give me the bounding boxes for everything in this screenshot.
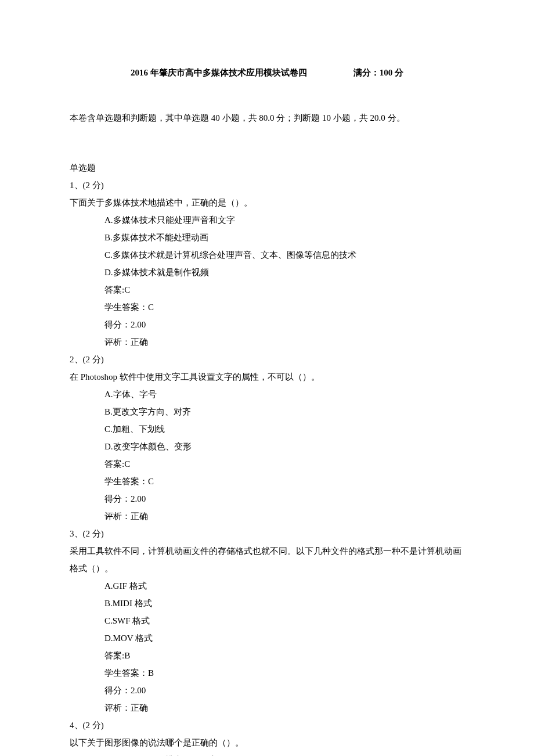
exam-title: 2016 年肇庆市高中多媒体技术应用模块试卷四 (131, 64, 307, 81)
option-b: B.多媒体技术不能处理动画 (104, 229, 464, 246)
review: 评析：正确 (104, 333, 464, 351)
option-d: D.MOV 格式 (104, 629, 464, 647)
answer: 答案:B (104, 647, 464, 664)
question-num-points: 4、(2 分) (70, 717, 464, 734)
score: 得分：2.00 (104, 490, 464, 507)
option-c: C.SWF 格式 (104, 612, 464, 629)
question-body: A.GIF 格式 B.MIDI 格式 C.SWF 格式 D.MOV 格式 答案:… (70, 577, 464, 717)
exam-page: 2016 年肇庆市高中多媒体技术应用模块试卷四 满分：100 分 本卷含单选题和… (0, 0, 534, 756)
student-answer: 学生答案：C (104, 298, 464, 316)
option-b: B.MIDI 格式 (104, 595, 464, 612)
review: 评析：正确 (104, 507, 464, 525)
option-d: D.多媒体技术就是制作视频 (104, 264, 464, 281)
question-prompt: 以下关于图形图像的说法哪个是正确的（）。 (70, 734, 464, 751)
option-a: A.多媒体技术只能处理声音和文字 (104, 211, 464, 229)
question-body: A.多媒体技术只能处理声音和文字 B.多媒体技术不能处理动画 C.多媒体技术就是… (70, 211, 464, 351)
question-prompt: 在 Photoshop 软件中使用文字工具设置文字的属性，不可以（）。 (70, 368, 464, 386)
full-score-label: 满分：100 分 (353, 64, 403, 81)
score: 得分：2.00 (104, 316, 464, 333)
option-a: A.GIF 格式 (104, 577, 464, 595)
answer: 答案:C (104, 281, 464, 298)
option-c: C.多媒体技术就是计算机综合处理声音、文本、图像等信息的技术 (104, 246, 464, 264)
question-num-points: 1、(2 分) (70, 177, 464, 194)
review: 评析：正确 (104, 699, 464, 717)
question-num-points: 2、(2 分) (70, 351, 464, 368)
question-body: A.位图图像的分辨率是不固定的 B.矢量图形放大后不会产生失真 C.位图图象是以… (70, 751, 464, 756)
option-a: A.位图图像的分辨率是不固定的 (104, 751, 464, 756)
section-title: 单选题 (70, 159, 464, 177)
question-2: 2、(2 分) 在 Photoshop 软件中使用文字工具设置文字的属性，不可以… (70, 351, 464, 525)
question-3: 3、(2 分) 采用工具软件不同，计算机动画文件的存储格式也就不同。以下几种文件… (70, 525, 464, 717)
student-answer: 学生答案：C (104, 473, 464, 490)
student-answer: 学生答案：B (104, 664, 464, 682)
question-body: A.字体、字号 B.更改文字方向、对齐 C.加粗、下划线 D.改变字体颜色、变形… (70, 386, 464, 525)
exam-header: 2016 年肇庆市高中多媒体技术应用模块试卷四 满分：100 分 (70, 64, 464, 81)
option-c: C.加粗、下划线 (104, 420, 464, 438)
answer: 答案:C (104, 455, 464, 473)
question-prompt: 下面关于多媒体技术地描述中，正确的是（）。 (70, 194, 464, 211)
question-num-points: 3、(2 分) (70, 525, 464, 542)
question-4: 4、(2 分) 以下关于图形图像的说法哪个是正确的（）。 A.位图图像的分辨率是… (70, 717, 464, 756)
question-prompt: 采用工具软件不同，计算机动画文件的存储格式也就不同。以下几种文件的格式那一种不是… (70, 542, 464, 577)
option-d: D.改变字体颜色、变形 (104, 438, 464, 455)
option-b: B.更改文字方向、对齐 (104, 403, 464, 420)
score: 得分：2.00 (104, 682, 464, 699)
exam-intro: 本卷含单选题和判断题，其中单选题 40 小题，共 80.0 分；判断题 10 小… (70, 109, 464, 127)
option-a: A.字体、字号 (104, 386, 464, 403)
question-1: 1、(2 分) 下面关于多媒体技术地描述中，正确的是（）。 A.多媒体技术只能处… (70, 177, 464, 351)
